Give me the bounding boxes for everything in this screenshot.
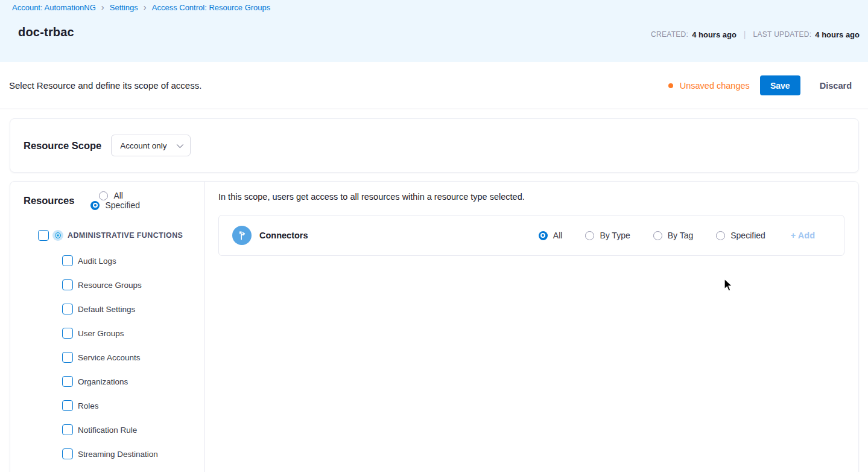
last-updated-label: LAST UPDATED: [753, 30, 812, 39]
checkbox-icon[interactable] [62, 400, 73, 411]
fork-arrows-icon [232, 226, 252, 245]
page-title: doc-trbac [18, 25, 74, 39]
checkbox-icon[interactable] [62, 352, 73, 363]
resources-option-label: Specified [105, 200, 140, 210]
resource-item-notification-rule: Notification Rule [10, 418, 204, 442]
resource-item-audit-logs: Audit Logs [10, 249, 204, 273]
radio-selected-icon[interactable] [90, 201, 100, 210]
resources-option-label: All [113, 191, 123, 200]
resources-option-specified[interactable]: Specified [90, 200, 140, 210]
connectors-row: Connectors AllBy TypeBy TagSpecified+ Ad… [218, 215, 844, 256]
resources-option-all[interactable]: All [99, 191, 140, 200]
page-header: Account: AutomationNG › Settings › Acces… [0, 0, 868, 62]
resource-checkbox-list: Audit LogsResource GroupsDefault Setting… [10, 249, 204, 466]
resource-item-label: Audit Logs [78, 257, 116, 266]
breadcrumb-settings-link[interactable]: Settings [110, 3, 138, 12]
resources-title: Resources [24, 195, 74, 206]
add-resources-link[interactable]: + Add [791, 231, 815, 240]
scope-content: In this scope, users get access to all r… [205, 182, 858, 472]
resource-item-label: User Groups [78, 329, 124, 338]
resource-scope-panel: Resource Scope Account only [10, 118, 859, 173]
resources-sidebar-header: Resources AllSpecified [10, 191, 204, 209]
breadcrumb-separator-icon: › [144, 2, 147, 13]
radio-unselected-icon[interactable] [585, 231, 594, 240]
connectors-label: Connectors [259, 231, 308, 240]
breadcrumb-access-control-link[interactable]: Access Control: Resource Groups [152, 3, 271, 12]
resource-item-user-groups: User Groups [10, 321, 204, 345]
checkbox-icon[interactable] [62, 376, 73, 387]
last-updated-value: 4 hours ago [815, 30, 860, 39]
resource-group-row: ADMINISTRATIVE FUNCTIONS [10, 229, 204, 242]
checkbox-icon[interactable] [62, 328, 73, 339]
radio-selected-icon[interactable] [539, 231, 548, 240]
resource-item-label: Roles [78, 401, 99, 410]
connectors-option-specified[interactable]: Specified [716, 231, 765, 240]
checkbox-icon[interactable] [62, 304, 73, 314]
save-button[interactable]: Save [760, 75, 800, 95]
timestamps: CREATED: 4 hours ago | LAST UPDATED: 4 h… [651, 30, 860, 39]
radio-unselected-icon[interactable] [99, 191, 108, 200]
checkbox-icon[interactable] [62, 255, 73, 266]
resource-scope-selected-value: Account only [120, 141, 166, 150]
connectors-option-label: By Type [600, 231, 630, 240]
meta-divider: | [744, 30, 746, 39]
resource-item-label: Organizations [78, 377, 128, 386]
resource-scope-label: Resource Scope [24, 140, 101, 151]
checkbox-icon[interactable] [62, 279, 73, 290]
connectors-option-label: All [553, 231, 563, 240]
checkbox-icon[interactable] [62, 448, 73, 459]
group-state-badge-icon [52, 230, 63, 241]
breadcrumb-separator-icon: › [101, 2, 104, 13]
breadcrumb-account-link[interactable]: Account: AutomationNG [12, 3, 96, 12]
checkbox-icon[interactable] [62, 424, 73, 435]
connectors-scope-options: AllBy TypeBy TagSpecified+ Add [539, 231, 815, 240]
resource-item-service-accounts: Service Accounts [10, 345, 204, 369]
connectors-option-all[interactable]: All [539, 231, 563, 240]
action-toolbar: Select Resource and define its scope of … [0, 62, 868, 109]
breadcrumb: Account: AutomationNG › Settings › Acces… [12, 2, 270, 13]
resource-item-label: Resource Groups [78, 281, 142, 290]
resource-item-label: Notification Rule [78, 426, 137, 435]
created-value: 4 hours ago [692, 30, 737, 39]
resource-item-label: Streaming Destination [78, 450, 158, 459]
unsaved-indicator-dot-icon [668, 83, 673, 88]
resources-sidebar: Resources AllSpecified ADMINISTRATIVE FU… [10, 182, 205, 472]
unsaved-changes-indicator: Unsaved changes [668, 81, 750, 91]
resource-item-streaming-destination: Streaming Destination [10, 442, 204, 466]
scope-instruction-text: Select Resource and define its scope of … [9, 80, 201, 91]
resource-item-organizations: Organizations [10, 369, 204, 394]
connectors-option-label: By Tag [668, 231, 694, 240]
resource-item-label: Default Settings [78, 305, 135, 314]
created-label: CREATED: [651, 30, 688, 39]
resources-panel: Resources AllSpecified ADMINISTRATIVE FU… [10, 181, 859, 472]
resource-item-resource-groups: Resource Groups [10, 273, 204, 297]
resource-item-label: Service Accounts [78, 353, 141, 362]
chevron-down-icon [176, 141, 183, 148]
radio-unselected-icon[interactable] [716, 231, 725, 240]
unsaved-changes-label: Unsaved changes [680, 81, 750, 91]
resource-item-roles: Roles [10, 394, 204, 418]
group-label: ADMINISTRATIVE FUNCTIONS [68, 231, 183, 240]
resource-scope-select[interactable]: Account only [111, 135, 191, 156]
connectors-option-by-tag[interactable]: By Tag [653, 231, 694, 240]
connectors-option-by-type[interactable]: By Type [585, 231, 630, 240]
connectors-option-label: Specified [730, 231, 765, 240]
group-checkbox[interactable] [38, 230, 49, 241]
discard-button[interactable]: Discard [820, 81, 852, 91]
radio-unselected-icon[interactable] [653, 231, 662, 240]
resource-item-default-settings: Default Settings [10, 297, 204, 321]
scope-note-text: In this scope, users get access to all r… [218, 192, 844, 202]
